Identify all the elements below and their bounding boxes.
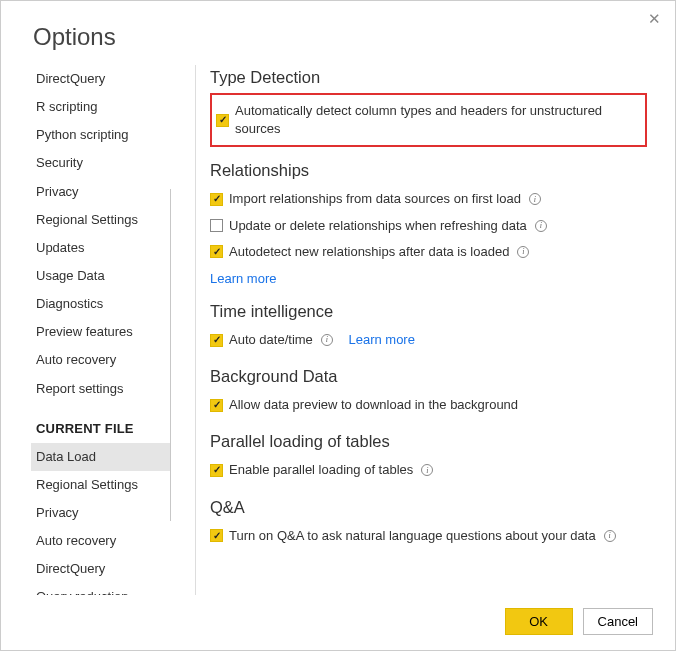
info-icon[interactable] [529,193,541,205]
option-label: Enable parallel loading of tables [229,461,413,479]
checkbox-autodetect-relationships[interactable] [210,245,223,258]
scrollbar[interactable]: ︿ ﹀ [169,65,171,595]
option-autodetect-relationships: Autodetect new relationships after data … [210,239,647,265]
option-update-relationships: Update or delete relationships when refr… [210,213,647,239]
ok-button[interactable]: OK [505,608,573,635]
cancel-button[interactable]: Cancel [583,608,653,635]
learn-more-time-link[interactable]: Learn more [348,331,414,349]
info-icon[interactable] [604,530,616,542]
sidebar-item-data-load[interactable]: Data Load [31,443,171,471]
sidebar-section-current-file: CURRENT FILE [31,403,171,443]
checkbox-update-relationships[interactable] [210,219,223,232]
scroll-up-icon[interactable]: ︿ [169,72,171,90]
scroll-down-icon[interactable]: ﹀ [169,574,171,592]
option-label: Auto date/time [229,331,313,349]
sidebar-item-cf-auto-recovery[interactable]: Auto recovery [31,527,171,555]
sidebar-item-preview-features[interactable]: Preview features [31,318,171,346]
option-import-relationships: Import relationships from data sources o… [210,186,647,212]
sidebar-item-cf-directquery[interactable]: DirectQuery [31,555,171,583]
sidebar-item-updates[interactable]: Updates [31,234,171,262]
option-background-download: Allow data preview to download in the ba… [210,392,647,418]
option-qa-enable: Turn on Q&A to ask natural language ques… [210,523,647,549]
sidebar-item-cf-privacy[interactable]: Privacy [31,499,171,527]
sidebar-item-privacy[interactable]: Privacy [31,178,171,206]
checkbox-qa-enable[interactable] [210,529,223,542]
group-title-qa: Q&A [210,498,647,517]
highlight-annotation: Automatically detect column types and he… [210,93,647,147]
option-label: Update or delete relationships when refr… [229,217,527,235]
option-autodetect-types: Automatically detect column types and he… [216,98,641,142]
group-title-type-detection: Type Detection [210,68,647,87]
learn-more-relationships-link[interactable]: Learn more [210,271,276,286]
checkbox-autodetect-types[interactable] [216,114,229,127]
option-label: Automatically detect column types and he… [235,102,641,138]
option-label: Autodetect new relationships after data … [229,243,509,261]
sidebar-item-cf-regional-settings[interactable]: Regional Settings [31,471,171,499]
info-icon[interactable] [321,334,333,346]
scrollbar-thumb[interactable] [170,189,171,521]
close-icon[interactable]: ✕ [648,11,661,26]
group-title-relationships: Relationships [210,161,647,180]
option-label: Allow data preview to download in the ba… [229,396,518,414]
sidebar-item-r-scripting[interactable]: R scripting [31,93,171,121]
option-auto-date-time: Auto date/time Learn more [210,327,647,353]
dialog-footer: OK Cancel [505,608,653,635]
sidebar-item-python-scripting[interactable]: Python scripting [31,121,171,149]
checkbox-background-download[interactable] [210,399,223,412]
checkbox-parallel-loading[interactable] [210,464,223,477]
group-title-background-data: Background Data [210,367,647,386]
checkbox-auto-date-time[interactable] [210,334,223,347]
sidebar-item-report-settings[interactable]: Report settings [31,375,171,403]
sidebar: DirectQuery R scripting Python scripting… [31,65,171,595]
sidebar-item-diagnostics[interactable]: Diagnostics [31,290,171,318]
sidebar-item-usage-data[interactable]: Usage Data [31,262,171,290]
group-title-time-intelligence: Time intelligence [210,302,647,321]
option-label: Import relationships from data sources o… [229,190,521,208]
group-title-parallel: Parallel loading of tables [210,432,647,451]
sidebar-item-security[interactable]: Security [31,149,171,177]
vertical-divider [195,65,196,595]
info-icon[interactable] [535,220,547,232]
info-icon[interactable] [517,246,529,258]
sidebar-item-query-reduction[interactable]: Query reduction [31,583,171,595]
option-parallel-loading: Enable parallel loading of tables [210,457,647,483]
main-panel: Type Detection Automatically detect colu… [210,65,675,595]
sidebar-item-auto-recovery[interactable]: Auto recovery [31,346,171,374]
sidebar-global-list: DirectQuery R scripting Python scripting… [31,65,171,403]
sidebar-item-regional-settings[interactable]: Regional Settings [31,206,171,234]
info-icon[interactable] [421,464,433,476]
content-area: DirectQuery R scripting Python scripting… [1,65,675,595]
sidebar-item-directquery[interactable]: DirectQuery [31,65,171,93]
sidebar-current-file-list: Data Load Regional Settings Privacy Auto… [31,443,171,595]
page-title: Options [1,1,675,65]
option-label: Turn on Q&A to ask natural language ques… [229,527,596,545]
checkbox-import-relationships[interactable] [210,193,223,206]
